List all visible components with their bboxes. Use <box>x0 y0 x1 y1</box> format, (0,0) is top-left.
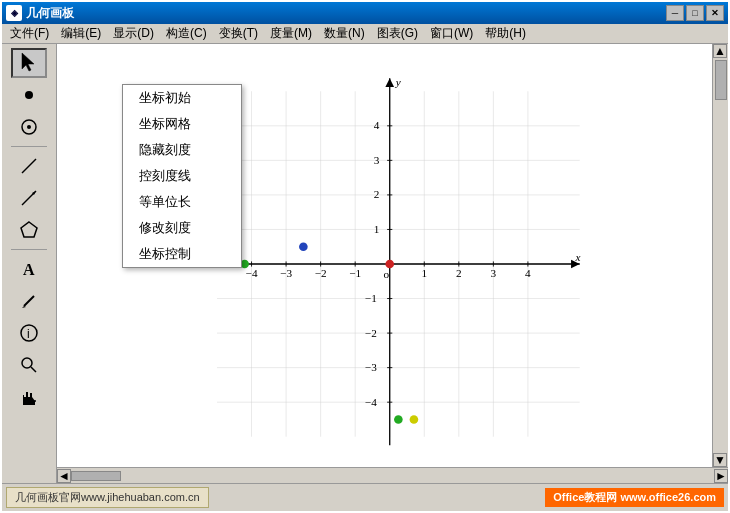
app-icon: ◈ <box>6 5 22 21</box>
svg-text:−1: −1 <box>365 292 377 304</box>
status-website-badge: 几何画板官网www.jihehuaban.com.cn <box>6 487 209 508</box>
status-left: 几何画板官网www.jihehuaban.com.cn <box>6 487 209 508</box>
svg-text:2: 2 <box>374 188 380 200</box>
svg-text:4: 4 <box>525 267 531 279</box>
polygon-tool[interactable] <box>11 215 47 245</box>
window-controls: ─ □ ✕ <box>666 5 724 21</box>
marker-icon <box>19 291 39 311</box>
scroll-thumb-vertical[interactable] <box>715 60 727 100</box>
close-button[interactable]: ✕ <box>706 5 724 21</box>
scroll-left-button[interactable]: ◄ <box>57 469 71 483</box>
hand-icon <box>19 387 39 407</box>
scroll-down-button[interactable]: ▼ <box>713 453 727 467</box>
maximize-button[interactable]: □ <box>686 5 704 21</box>
svg-text:i: i <box>27 327 30 341</box>
vertical-scrollbar[interactable]: ▲ ▼ <box>712 44 728 467</box>
scroll-up-button[interactable]: ▲ <box>713 44 727 58</box>
hand-tool[interactable] <box>11 382 47 412</box>
compass-tool[interactable] <box>11 112 47 142</box>
point-yellow[interactable] <box>410 415 419 424</box>
ray-icon <box>19 188 39 208</box>
zoom-icon <box>19 355 39 375</box>
scroll-right-button[interactable]: ► <box>714 469 728 483</box>
svg-text:2: 2 <box>456 267 462 279</box>
ray-tool[interactable] <box>11 183 47 213</box>
context-menu: 坐标初始 坐标网格 隐藏刻度 控刻度线 等单位长 修改刻度 坐标控制 <box>122 84 242 268</box>
svg-point-13 <box>22 358 32 368</box>
line-tool[interactable] <box>11 151 47 181</box>
svg-text:x: x <box>574 251 580 263</box>
svg-line-4 <box>22 159 36 173</box>
office-text: Office教程网 www.office26.com <box>553 491 716 503</box>
tool-separator-2 <box>11 249 47 250</box>
canvas-row: 坐标初始 坐标网格 隐藏刻度 控刻度线 等单位长 修改刻度 坐标控制 <box>57 44 728 467</box>
ctx-hide-tick[interactable]: 隐藏刻度 <box>123 137 241 163</box>
menu-display[interactable]: 显示(D) <box>107 23 160 44</box>
status-text: 几何画板官网www.jihehuaban.com.cn <box>15 491 200 503</box>
content-area: A i <box>2 44 728 483</box>
svg-line-9 <box>24 296 34 306</box>
titlebar-left: ◈ 几何画板 <box>6 5 74 22</box>
arrow-icon <box>19 51 39 75</box>
menu-file[interactable]: 文件(F) <box>4 23 55 44</box>
ctx-equal-unit[interactable]: 等单位长 <box>123 189 241 215</box>
marker-tool[interactable] <box>11 286 47 316</box>
ctx-ctrl-tick[interactable]: 控刻度线 <box>123 163 241 189</box>
svg-text:o: o <box>383 268 389 280</box>
scroll-track-v <box>713 102 728 453</box>
menu-construct[interactable]: 构造(C) <box>160 23 213 44</box>
svg-marker-0 <box>22 53 34 71</box>
toolbar: A i <box>2 44 57 483</box>
point-tool[interactable] <box>11 80 47 110</box>
tool-separator-1 <box>11 146 47 147</box>
point-blue[interactable] <box>299 242 308 251</box>
menu-edit[interactable]: 编辑(E) <box>55 23 107 44</box>
svg-text:−4: −4 <box>365 396 377 408</box>
statusbar: 几何画板官网www.jihehuaban.com.cn Office教程网 ww… <box>2 483 728 511</box>
point-origin[interactable] <box>385 260 394 269</box>
menubar: 文件(F) 编辑(E) 显示(D) 构造(C) 变换(T) 度量(M) 数量(N… <box>2 24 728 44</box>
ctx-modify-tick[interactable]: 修改刻度 <box>123 215 241 241</box>
svg-marker-15 <box>23 392 35 405</box>
ctx-coord-ctrl[interactable]: 坐标控制 <box>123 241 241 267</box>
menu-graph[interactable]: 图表(G) <box>371 23 424 44</box>
info-tool[interactable]: i <box>11 318 47 348</box>
svg-text:3: 3 <box>374 154 380 166</box>
svg-text:3: 3 <box>491 267 497 279</box>
point-icon <box>19 85 39 105</box>
select-tool[interactable] <box>11 48 47 78</box>
zoom-tool[interactable] <box>11 350 47 380</box>
compass-icon <box>19 117 39 137</box>
ctx-coord-grid[interactable]: 坐标网格 <box>123 111 241 137</box>
svg-marker-38 <box>385 78 394 87</box>
polygon-icon <box>19 220 39 240</box>
horizontal-scrollbar[interactable]: ◄ ► <box>57 467 728 483</box>
menu-transform[interactable]: 变换(T) <box>213 23 264 44</box>
svg-text:y: y <box>395 76 401 88</box>
svg-text:−2: −2 <box>365 327 377 339</box>
text-tool[interactable]: A <box>11 254 47 284</box>
svg-point-3 <box>27 125 31 129</box>
ctx-coord-init[interactable]: 坐标初始 <box>123 85 241 111</box>
window-title: 几何画板 <box>26 5 74 22</box>
canvas-container: 坐标初始 坐标网格 隐藏刻度 控刻度线 等单位长 修改刻度 坐标控制 <box>57 44 728 483</box>
svg-line-14 <box>31 367 36 372</box>
svg-text:4: 4 <box>374 119 380 131</box>
main-window: ◈ 几何画板 ─ □ ✕ 文件(F) 编辑(E) 显示(D) 构造(C) 变换(… <box>0 0 730 513</box>
svg-text:−3: −3 <box>365 361 377 373</box>
menu-window[interactable]: 窗口(W) <box>424 23 479 44</box>
canvas[interactable]: 坐标初始 坐标网格 隐藏刻度 控刻度线 等单位长 修改刻度 坐标控制 <box>57 44 712 467</box>
text-icon: A <box>19 259 39 279</box>
info-icon: i <box>19 323 39 343</box>
menu-measure[interactable]: 度量(M) <box>264 23 318 44</box>
menu-help[interactable]: 帮助(H) <box>479 23 532 44</box>
line-icon <box>19 156 39 176</box>
point-green-bottom[interactable] <box>394 415 403 424</box>
minimize-button[interactable]: ─ <box>666 5 684 21</box>
svg-point-16 <box>34 400 36 402</box>
menu-number[interactable]: 数量(N) <box>318 23 371 44</box>
scroll-thumb-horizontal[interactable] <box>71 471 121 481</box>
svg-marker-10 <box>22 306 26 308</box>
svg-text:A: A <box>23 261 35 278</box>
status-office-badge: Office教程网 www.office26.com <box>545 488 724 507</box>
